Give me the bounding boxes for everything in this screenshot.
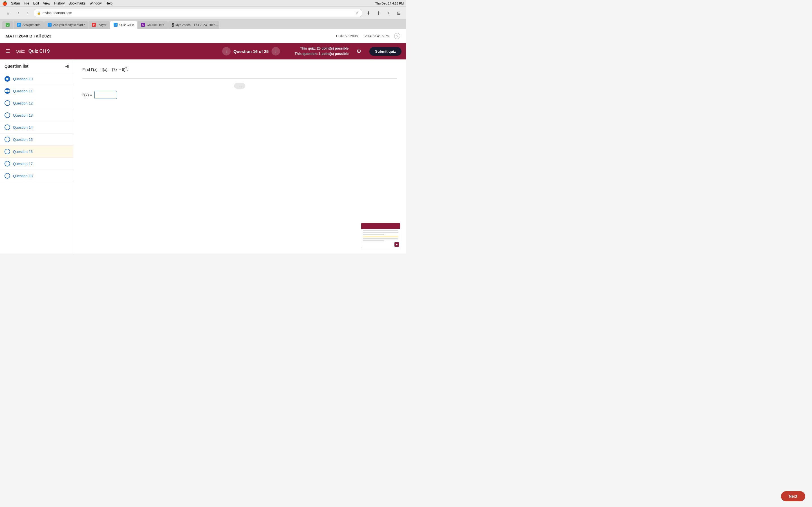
tab-favicon-player: P <box>92 23 96 27</box>
question-status-icon <box>4 149 10 154</box>
edit-menu[interactable]: Edit <box>33 1 39 5</box>
reload-btn[interactable]: ↺ <box>356 11 359 15</box>
tab-label-assignments: Assignments <box>22 23 40 26</box>
tab-g[interactable]: G <box>2 21 13 29</box>
help-btn[interactable]: ? <box>394 33 400 39</box>
list-item[interactable]: Question 14 <box>0 121 73 133</box>
list-item[interactable]: Question 10 <box>0 73 73 85</box>
help-menu[interactable]: Help <box>105 1 112 5</box>
menubar: 🍎 Safari File Edit View History Bookmark… <box>0 0 406 7</box>
tab-player[interactable]: P Player <box>89 21 110 29</box>
question-status-icon <box>4 100 10 106</box>
this-quiz-value: 25 point(s) possible <box>317 47 349 50</box>
course-title: MATH 2040 B Fall 2023 <box>6 34 51 38</box>
tab-favicon-quiz: P <box>114 23 117 27</box>
question-status-icon <box>4 161 10 166</box>
this-quiz-label: This quiz: <box>300 47 316 50</box>
question-status-icon <box>4 88 10 94</box>
thumb-line <box>363 238 398 239</box>
toolbar-actions: ⬇ ⬆ ＋ ⊞ <box>364 9 403 17</box>
tab-overview-btn[interactable]: ⊞ <box>395 9 403 17</box>
list-item[interactable]: Question 17 <box>0 158 73 170</box>
main-layout: Question list ◀ Question 10 Question 11 … <box>0 59 406 253</box>
download-btn[interactable]: ⬇ <box>364 9 372 17</box>
question-status-icon <box>4 173 10 179</box>
apple-menu[interactable]: 🍎 <box>2 1 7 6</box>
header-right: DONIA Alzoubi 12/14/23 4:15 PM ? <box>336 33 400 39</box>
browser-toolbar: ⊞ ‹ › 🔒 mylab.pearson.com ↺ ⬇ ⬆ ＋ ⊞ <box>0 7 406 19</box>
forward-btn[interactable]: › <box>24 9 32 17</box>
list-item[interactable]: Question 18 <box>0 170 73 182</box>
content-area: Find f′(x) if f(x) = (7x − 6)2. · · · f′… <box>73 59 406 253</box>
header-datetime: 12/14/23 4:15 PM <box>363 34 390 38</box>
list-item[interactable]: Question 13 <box>0 109 73 121</box>
question-item-label: Question 15 <box>13 137 33 142</box>
collapse-sidebar-btn[interactable]: ◀ <box>65 63 68 69</box>
page-header: MATH 2040 B Fall 2023 DONIA Alzoubi 12/1… <box>0 29 406 43</box>
url-text: mylab.pearson.com <box>43 11 72 15</box>
thumb-line <box>363 232 398 233</box>
question-item-label: Question 11 <box>13 89 33 93</box>
question-nav: ‹ Question 16 of 25 › <box>222 47 280 55</box>
browser-tabs: G P Assignments P Are you ready to start… <box>0 19 406 29</box>
question-status-icon <box>4 76 10 82</box>
question-item-label: Question 16 <box>13 150 33 154</box>
user-name: DONIA Alzoubi <box>336 34 358 38</box>
expand-btn-area: · · · <box>82 83 397 89</box>
window-menu[interactable]: Window <box>90 1 102 5</box>
new-tab-btn[interactable]: ＋ <box>385 9 393 17</box>
list-item[interactable]: Question 12 <box>0 97 73 109</box>
question-item-label: Question 17 <box>13 162 33 166</box>
question-item-label: Question 14 <box>13 125 33 129</box>
back-btn[interactable]: ‹ <box>15 9 22 17</box>
view-menu[interactable]: View <box>43 1 50 5</box>
question-item-label: Question 18 <box>13 174 33 178</box>
tab-favicon-coursehero: C <box>141 23 145 27</box>
submit-quiz-btn[interactable]: Submit quiz <box>369 47 402 56</box>
tab-label-coursehero: Course Hero <box>147 23 164 26</box>
next-question-btn[interactable]: › <box>271 47 280 55</box>
question-status-icon <box>4 136 10 142</box>
tab-favicon-assignments: P <box>17 23 21 27</box>
thumbnail-inner: ▶ <box>361 223 400 248</box>
safari-menu[interactable]: Safari <box>11 1 20 5</box>
answer-prefix: f′(x) = <box>82 93 92 97</box>
tab-grades[interactable]: M My Grades – Fall 2023 Finite.... <box>168 21 219 29</box>
tab-quiz[interactable]: P Quiz CH 9 <box>110 21 137 29</box>
question-counter: Question 16 of 25 <box>234 49 269 54</box>
tab-assignments[interactable]: P Assignments <box>13 21 44 29</box>
this-question-label: This question: <box>295 52 318 56</box>
tab-coursehero[interactable]: C Course Hero <box>138 21 167 29</box>
expand-dots-btn[interactable]: · · · <box>234 83 246 89</box>
thumbnail-close-btn[interactable]: ▶ <box>395 242 399 247</box>
lock-icon: 🔒 <box>37 11 41 15</box>
history-menu[interactable]: History <box>54 1 64 5</box>
settings-btn[interactable]: ⚙ <box>356 48 361 55</box>
answer-input[interactable] <box>94 91 117 99</box>
list-item[interactable]: Question 11 <box>0 85 73 97</box>
sidebar-toggle-btn[interactable]: ⊞ <box>3 9 12 17</box>
menu-toggle-btn[interactable]: ☰ <box>4 47 11 55</box>
tab-label-player: Player <box>98 23 106 26</box>
tab-ready[interactable]: P Are you ready to start? <box>44 21 88 29</box>
tab-label-grades: My Grades – Fall 2023 Finite.... <box>175 23 218 26</box>
sidebar-header: Question list ◀ <box>0 59 73 73</box>
bookmarks-menu[interactable]: Bookmarks <box>69 1 86 5</box>
quiz-header: ☰ Quiz: Quiz CH 9 ‹ Question 16 of 25 › … <box>0 43 406 59</box>
question-item-label: Question 13 <box>13 113 33 117</box>
tab-label-quiz: Quiz CH 9 <box>119 23 134 26</box>
prev-question-btn[interactable]: ‹ <box>222 47 231 55</box>
address-bar[interactable]: 🔒 mylab.pearson.com ↺ <box>34 9 362 17</box>
file-menu[interactable]: File <box>24 1 29 5</box>
quiz-info: This quiz: 25 point(s) possible This que… <box>295 46 349 57</box>
tab-favicon-ready: P <box>48 23 52 27</box>
list-item[interactable]: Question 16 <box>0 146 73 158</box>
menu-clock: Thu Dec 14 4:15 PM <box>375 2 404 5</box>
thumb-line <box>363 230 398 231</box>
tab-favicon-grades: M <box>172 23 174 27</box>
question-status-icon <box>4 112 10 118</box>
list-item[interactable]: Question 15 <box>0 133 73 146</box>
question-item-label: Question 12 <box>13 101 33 105</box>
thumb-line-highlight <box>363 236 398 237</box>
share-btn[interactable]: ⬆ <box>374 9 382 17</box>
